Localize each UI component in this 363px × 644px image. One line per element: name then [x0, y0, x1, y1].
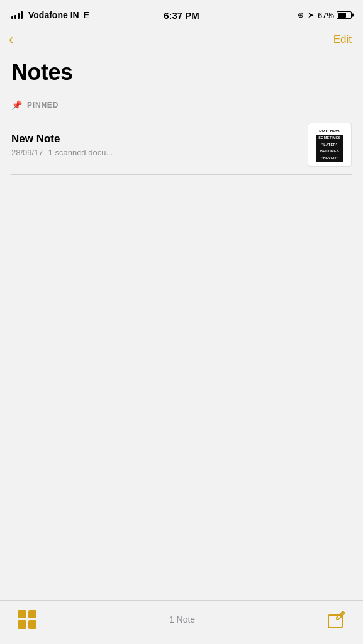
nav-bar: ‹ Edit	[0, 28, 363, 54]
note-meta: 28/09/17 1 scanned docu...	[11, 148, 300, 157]
note-date: 28/09/17	[11, 148, 43, 157]
note-preview: 1 scanned docu...	[48, 148, 113, 157]
content-area	[0, 175, 363, 521]
pin-icon: 📌	[11, 100, 22, 110]
edit-button[interactable]: Edit	[333, 33, 352, 46]
battery-container: 67%	[318, 11, 352, 20]
note-count-label: 1 Note	[169, 614, 195, 625]
back-button[interactable]: ‹	[9, 31, 13, 48]
note-thumbnail: DO IT NOW. SOMETIMES "LATER" BECOMES "NE…	[308, 123, 352, 167]
status-time: 6:37 PM	[164, 10, 199, 21]
network-text: E	[84, 10, 89, 20]
signal-icon	[11, 11, 23, 19]
sim-icon: ⊕	[298, 11, 304, 19]
note-content: New Note 28/09/17 1 scanned docu...	[11, 133, 300, 157]
tab-bar: 1 Note	[0, 600, 363, 644]
page-title: Notes	[11, 59, 352, 86]
grid-icon	[18, 610, 36, 629]
status-right: ⊕ ➤ 67%	[298, 11, 352, 20]
status-left: Vodafone IN E	[11, 10, 89, 20]
compose-icon	[328, 611, 345, 628]
note-item[interactable]: New Note 28/09/17 1 scanned docu... DO I…	[0, 115, 363, 174]
location-icon: ➤	[308, 11, 314, 19]
pencil-icon	[335, 611, 345, 621]
battery-icon	[337, 11, 352, 19]
battery-fill	[338, 13, 346, 18]
status-bar: Vodafone IN E 6:37 PM ⊕ ➤ 67%	[0, 0, 363, 28]
pinned-section-header: 📌 PINNED	[0, 92, 363, 115]
page-title-section: Notes	[0, 54, 363, 92]
thumbnail-text: DO IT NOW. SOMETIMES "LATER" BECOMES "NE…	[314, 125, 345, 164]
note-title: New Note	[11, 133, 300, 145]
carrier-text: Vodafone IN	[28, 10, 79, 20]
grid-view-button[interactable]	[18, 610, 36, 629]
battery-text: 67%	[318, 11, 334, 20]
compose-button[interactable]	[328, 611, 345, 628]
pinned-label: PINNED	[27, 101, 59, 109]
